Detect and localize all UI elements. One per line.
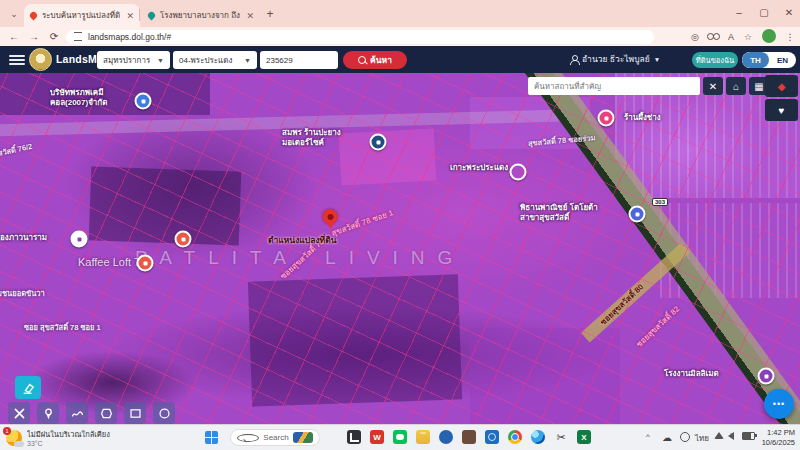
divider <box>139 9 140 21</box>
app-blue-round-icon[interactable] <box>439 430 453 444</box>
home-button[interactable]: ⌂ <box>726 77 746 95</box>
search-highlight-image <box>293 432 313 443</box>
refresh-icon[interactable]: ⟳ <box>46 29 62 44</box>
poi-marker-pink[interactable] <box>598 110 615 127</box>
app-brown-icon[interactable] <box>462 430 476 444</box>
dol-logo <box>29 48 52 71</box>
tab-title: ระบบค้นหารูปแปลงที่ดิน (LandsMa <box>42 9 120 22</box>
province-select[interactable]: สมุทรปราการ▼ <box>97 51 170 69</box>
wifi-icon[interactable] <box>714 432 724 439</box>
new-tab-button[interactable]: + <box>262 6 278 22</box>
minimize-button[interactable]: – <box>728 2 750 22</box>
pin-icon <box>42 407 55 420</box>
volume-mute-icon[interactable] <box>728 432 734 440</box>
favorite-button[interactable]: ♥ <box>765 99 798 121</box>
location-icon[interactable]: ◎ <box>688 30 702 43</box>
browser-address-bar: ← → ⟳ landsmaps.dol.go.th/# ◎ A ☆ ⋮ <box>0 27 800 46</box>
app-red-w-icon[interactable]: W <box>370 430 384 444</box>
close-icon[interactable]: ✕ <box>126 11 134 21</box>
url-bar[interactable]: landsmaps.dol.go.th/# <box>66 30 654 44</box>
map-pin-icon <box>29 11 39 21</box>
keyboard-language[interactable]: ไทย <box>694 432 710 445</box>
measure-icon <box>13 407 26 420</box>
snipping-tool-icon[interactable]: ✂ <box>554 430 568 444</box>
heart-icon: ♥ <box>779 105 785 116</box>
poi-marker-red[interactable] <box>137 255 154 272</box>
bookmark-star-icon[interactable]: ☆ <box>741 30 755 43</box>
translate-icon[interactable]: A <box>724 30 738 43</box>
user-menu[interactable]: อำนวย ธีวะไพบูลย์ ▼ <box>570 52 660 66</box>
weather-icon: 1 <box>6 430 22 446</box>
file-explorer-icon[interactable] <box>416 430 430 444</box>
poi-marker-red[interactable] <box>175 231 192 248</box>
drop-pin-tool-button[interactable] <box>37 402 59 424</box>
clock[interactable]: 1:42 PM 10/6/2025 <box>762 428 795 448</box>
poi-marker-purple[interactable] <box>758 368 775 385</box>
tab-directions[interactable]: โรงพยาบาลบางจาก ถึง 97 ซอย สุข ✕ <box>142 4 260 27</box>
draw-polygon-tool-button[interactable] <box>95 402 117 424</box>
chrome-icon[interactable] <box>508 430 522 444</box>
poi-marker-white[interactable] <box>71 231 88 248</box>
maximize-button[interactable]: ▢ <box>753 2 775 22</box>
poi-marker-navy[interactable] <box>370 134 387 151</box>
map-label: ซอย สุขสวัสดิ์ 78 ซอย 1 <box>24 323 101 333</box>
browser-menu-icon[interactable]: ⋮ <box>783 30 797 43</box>
taskbar-search[interactable]: Search <box>230 429 320 446</box>
close-icon[interactable]: ✕ <box>246 11 254 21</box>
district-select[interactable]: 04-พระประแดง▼ <box>173 51 257 69</box>
weather-widget[interactable]: 1 ไม่มีฝนในบริเวณใกล้เคียง 33°C <box>6 428 110 447</box>
clear-search-button[interactable]: ✕ <box>703 77 723 95</box>
place-search-input[interactable] <box>528 77 700 95</box>
poi-marker-ring[interactable] <box>510 164 527 181</box>
layers-button[interactable]: ◆ <box>765 75 798 97</box>
map-label: บริษัทพรภพเคมี คอล(2007)จำกัด <box>50 88 107 109</box>
profile-avatar[interactable] <box>762 29 776 43</box>
map-label: โรงงานมิลลิเมด <box>664 369 719 379</box>
line-app-icon[interactable] <box>393 430 407 444</box>
eraser-icon <box>21 381 35 395</box>
password-manager-icon[interactable] <box>706 30 720 43</box>
map-label: องภาวนาราม <box>0 233 47 243</box>
rectangle-icon <box>129 407 142 420</box>
polygon-icon <box>100 407 113 420</box>
menu-icon[interactable] <box>9 55 25 65</box>
side-panel: ◆ ♥ <box>765 75 798 121</box>
start-button[interactable] <box>205 431 218 444</box>
draw-route-tool-button[interactable] <box>66 402 88 424</box>
excel-icon[interactable]: X <box>577 430 591 444</box>
back-icon[interactable]: ← <box>6 29 22 44</box>
chevron-down-icon: ▼ <box>654 56 660 63</box>
app-dark-icon[interactable] <box>347 430 361 444</box>
more-actions-fab[interactable]: ••• <box>764 389 794 419</box>
edge-icon[interactable] <box>531 430 545 444</box>
parcel-location-pin <box>323 209 338 224</box>
map-canvas[interactable]: PATLITA LIVING บริษัทพรภพเคมี คอล(2007)จ… <box>0 73 800 425</box>
tray-ring-icon[interactable] <box>680 432 690 442</box>
app-blue-square-icon[interactable] <box>485 430 499 444</box>
tray-chevron-icon[interactable]: ^ <box>646 432 650 441</box>
measure-tool-button[interactable] <box>8 402 30 424</box>
eraser-tool-button[interactable] <box>15 376 41 399</box>
map-label: ชุมชนยอดขันวา <box>0 289 45 299</box>
poi-marker-bluedark[interactable] <box>629 206 646 223</box>
map-pin-icon <box>147 11 157 21</box>
onedrive-icon[interactable]: ☁ <box>662 432 672 443</box>
poi-marker-blue[interactable] <box>135 93 152 110</box>
parcel-number-input[interactable]: 235629 <box>260 51 338 69</box>
draw-circle-tool-button[interactable] <box>153 402 175 424</box>
close-window-button[interactable]: ✕ <box>778 2 800 22</box>
search-button-label: ค้นหา <box>370 53 392 67</box>
parcel-number-value: 235629 <box>266 56 293 65</box>
site-info-icon[interactable] <box>74 32 82 41</box>
search-placeholder: Search <box>263 433 288 442</box>
notification-badge: 1 <box>3 427 11 435</box>
tab-search-chevron-icon[interactable]: ⌄ <box>6 6 22 22</box>
tab-landsmaps[interactable]: ระบบค้นหารูปแปลงที่ดิน (LandsMa ✕ <box>24 4 140 27</box>
forward-icon[interactable]: → <box>26 29 42 44</box>
my-land-button[interactable]: ที่ดินของฉัน <box>692 52 738 68</box>
draw-rectangle-tool-button[interactable] <box>124 402 146 424</box>
lang-en-button[interactable]: EN <box>769 52 796 68</box>
lang-th-button[interactable]: TH <box>742 52 769 68</box>
battery-icon[interactable] <box>742 432 755 440</box>
search-button[interactable]: ค้นหา <box>343 51 407 69</box>
